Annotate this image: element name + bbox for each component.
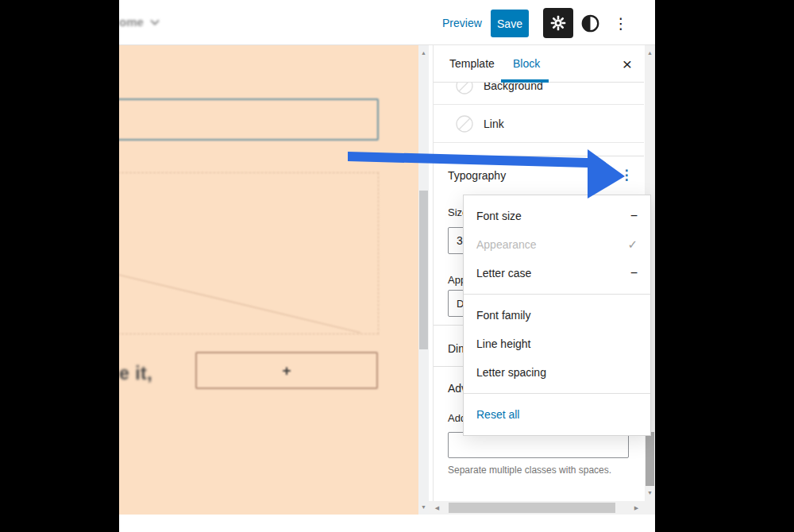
scrollbar-corner	[645, 501, 655, 515]
sidebar-scrollbar-thumb[interactable]	[646, 432, 654, 486]
placeholder-block[interactable]	[119, 172, 379, 334]
menu-item-label: Letter spacing	[476, 366, 546, 379]
editor-window: ome Preview Save	[119, 0, 655, 532]
menu-group-reset: Reset all	[464, 393, 650, 435]
canvas-scrollbar-thumb[interactable]	[419, 191, 428, 349]
scroll-right-icon[interactable]: ▶	[631, 503, 642, 513]
menu-item-letter-case[interactable]: Letter case −	[464, 259, 650, 287]
preview-button[interactable]: Preview	[442, 17, 482, 29]
typography-options-menu: Font size − Appearance ✓ Letter case − F…	[463, 195, 651, 436]
typography-panel-title: Typography	[448, 169, 506, 182]
typography-panel-header: Typography ⋮	[434, 156, 644, 194]
minus-icon: −	[630, 266, 638, 280]
no-color-indicator-icon	[456, 115, 473, 133]
minus-icon: −	[630, 209, 638, 223]
tab-block[interactable]: Block	[513, 57, 540, 70]
menu-item-letter-spacing[interactable]: Letter spacing	[464, 358, 650, 387]
more-vertical-icon: ⋮	[620, 167, 634, 183]
more-vertical-icon: ⋮	[614, 14, 629, 33]
menu-item-label: Appearance	[476, 238, 537, 251]
menu-group-toggles: Font size − Appearance ✓ Letter case −	[464, 195, 650, 294]
additional-css-help-text: Separate multiple classes with spaces.	[448, 465, 611, 476]
close-icon: ×	[622, 55, 632, 74]
scroll-down-icon[interactable]: ▼	[645, 488, 655, 498]
chevron-down-icon	[150, 19, 160, 25]
canvas-scrollbar[interactable]: ▲ ▼	[418, 45, 429, 515]
canvas-text-fragment[interactable]: e it,	[119, 363, 152, 384]
close-sidebar-button[interactable]: ×	[617, 54, 638, 75]
color-row-link[interactable]: Link	[434, 105, 644, 143]
style-variations-button[interactable]	[580, 13, 599, 33]
menu-item-font-size[interactable]: Font size −	[464, 202, 650, 230]
menu-group-additions: Font family Line height Letter spacing	[464, 294, 650, 393]
horizontal-scrollbar-thumb[interactable]	[449, 503, 615, 513]
save-button[interactable]: Save	[491, 10, 529, 37]
scroll-up-icon[interactable]: ▲	[418, 48, 429, 58]
check-icon: ✓	[627, 237, 638, 252]
selected-block-outline[interactable]	[119, 98, 379, 141]
block-appender-button[interactable]: +	[195, 352, 378, 389]
menu-item-label: Font size	[476, 210, 522, 222]
scroll-up-icon[interactable]: ▲	[645, 48, 655, 58]
gear-icon	[549, 14, 567, 32]
settings-button[interactable]	[543, 8, 573, 38]
sidebar-tabs: Template Block ×	[434, 45, 644, 83]
site-title-blurred[interactable]: ome	[119, 15, 160, 29]
no-color-indicator-icon	[456, 83, 473, 94]
menu-item-label: Font family	[476, 309, 530, 322]
contrast-icon	[581, 14, 599, 33]
menu-item-reset-all[interactable]: Reset all	[464, 400, 650, 429]
typography-options-button[interactable]: ⋮	[617, 166, 636, 185]
top-toolbar: ome Preview Save	[119, 0, 655, 45]
editor-canvas[interactable]: e it, +	[119, 45, 418, 515]
menu-item-label: Letter case	[476, 267, 531, 279]
color-row-label: Background	[484, 83, 543, 92]
color-row-label: Link	[484, 118, 504, 130]
placeholder-diagonal-line	[119, 173, 378, 333]
menu-item-font-family[interactable]: Font family	[464, 301, 650, 330]
tab-template[interactable]: Template	[449, 57, 495, 70]
toolbar-more-menu-button[interactable]: ⋮	[611, 13, 631, 33]
menu-item-label: Line height	[476, 337, 531, 350]
plus-icon: +	[282, 362, 291, 380]
menu-item-label: Reset all	[476, 408, 519, 421]
menu-item-appearance[interactable]: Appearance ✓	[464, 230, 650, 259]
canvas-preview-content: e it, +	[119, 45, 418, 515]
horizontal-scrollbar[interactable]: ◀ ▶	[429, 501, 645, 515]
color-row-background[interactable]: Background	[434, 83, 644, 105]
menu-item-line-height[interactable]: Line height	[464, 330, 650, 358]
scroll-left-icon[interactable]: ◀	[432, 503, 442, 513]
site-title-label: ome	[119, 15, 144, 29]
scroll-down-icon[interactable]: ▼	[418, 502, 429, 512]
